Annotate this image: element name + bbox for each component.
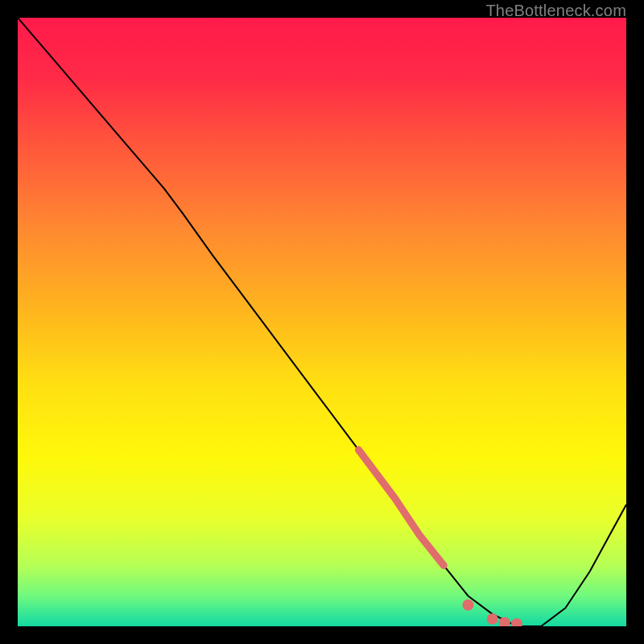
highlight-dot: [462, 600, 473, 611]
chart-canvas: [18, 18, 626, 626]
chart-frame: TheBottleneck.com: [0, 0, 644, 644]
highlight-dot: [487, 613, 498, 625]
attribution-text: TheBottleneck.com: [485, 2, 626, 20]
gradient-background: [18, 18, 626, 626]
plot-area: [18, 18, 626, 626]
